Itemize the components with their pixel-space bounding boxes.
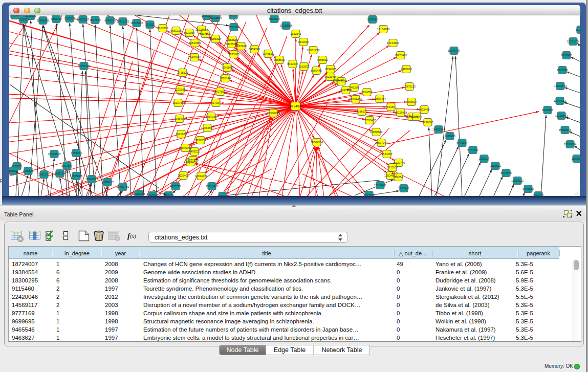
svg-text:16543382: 16543382 (189, 41, 201, 45)
svg-text:7663822: 7663822 (157, 27, 168, 30)
svg-text:(x): (x) (130, 233, 136, 239)
svg-text:1112284: 1112284 (576, 28, 580, 31)
svg-text:6498222: 6498222 (189, 150, 200, 153)
svg-text:10654112: 10654112 (511, 179, 524, 182)
svg-text:15716485: 15716485 (206, 185, 218, 188)
svg-text:8471676: 8471676 (500, 171, 511, 174)
svg-text:1916682: 1916682 (176, 133, 186, 136)
svg-text:8215953: 8215953 (542, 108, 553, 112)
svg-text:10655287: 10655287 (77, 18, 89, 21)
svg-text:19384554: 19384554 (311, 141, 323, 144)
svg-text:9699695: 9699695 (422, 121, 433, 124)
svg-text:9777169: 9777169 (336, 80, 346, 83)
svg-text:9115460: 9115460 (419, 108, 429, 111)
svg-text:10025438: 10025438 (395, 111, 407, 114)
svg-text:1588520: 1588520 (274, 58, 285, 61)
svg-text:8940903: 8940903 (228, 15, 238, 17)
svg-text:23420046: 23420046 (188, 56, 201, 59)
svg-text:1527602: 1527602 (90, 18, 100, 21)
svg-text:252254: 252254 (394, 176, 403, 179)
svg-text:13958117: 13958117 (101, 181, 114, 184)
svg-text:751552: 751552 (145, 23, 155, 26)
svg-text:15751074: 15751074 (567, 40, 579, 43)
svg-text:20691406: 20691406 (37, 19, 49, 22)
svg-text:15226058: 15226058 (195, 28, 208, 31)
svg-text:9634067: 9634067 (381, 152, 392, 156)
svg-text:7955812: 7955812 (317, 58, 328, 61)
svg-text:8990448: 8990448 (311, 69, 321, 72)
svg-text:391594: 391594 (9, 169, 18, 172)
svg-text:7632621: 7632621 (490, 164, 500, 167)
svg-text:10688609: 10688609 (370, 130, 382, 134)
svg-text:20053346: 20053346 (78, 64, 90, 68)
svg-text:15692971: 15692971 (559, 128, 571, 132)
svg-text:6497568: 6497568 (340, 89, 351, 92)
svg-text:7485063: 7485063 (401, 68, 411, 71)
svg-text:1405571: 1405571 (18, 18, 29, 21)
svg-text:2060513: 2060513 (64, 17, 75, 20)
svg-text:9245652: 9245652 (522, 187, 533, 190)
svg-text:1162615: 1162615 (298, 65, 309, 68)
svg-text:10807487: 10807487 (374, 97, 386, 100)
svg-text:12975115: 12975115 (403, 85, 416, 88)
svg-text:1715923: 1715923 (71, 151, 81, 155)
svg-text:62160: 62160 (387, 105, 395, 108)
svg-text:9329966: 9329966 (561, 54, 572, 57)
svg-text:8267150: 8267150 (206, 115, 216, 118)
svg-text:18807249: 18807249 (375, 141, 387, 144)
svg-text:17016504: 17016504 (564, 143, 576, 146)
svg-text:16033809: 16033809 (209, 16, 222, 19)
svg-text:10719155: 10719155 (117, 20, 129, 23)
svg-text:19218506: 19218506 (280, 24, 292, 27)
svg-text:2942737: 2942737 (38, 173, 49, 176)
svg-text:9146821: 9146821 (263, 52, 273, 55)
svg-text:20364456: 20364456 (350, 98, 362, 101)
svg-text:1954944: 1954944 (411, 115, 422, 118)
svg-text:1167533: 1167533 (571, 157, 580, 160)
svg-text:2215901: 2215901 (25, 15, 36, 17)
svg-text:1145194: 1145194 (54, 172, 65, 175)
svg-text:16914479: 16914479 (195, 174, 207, 178)
svg-text:2935114: 2935114 (478, 157, 489, 160)
svg-text:9457771: 9457771 (170, 185, 181, 188)
svg-text:4535051: 4535051 (11, 165, 22, 168)
svg-text:15136141: 15136141 (374, 184, 386, 187)
svg-text:2087682: 2087682 (367, 18, 378, 21)
svg-text:8912954: 8912954 (184, 31, 194, 34)
svg-text:3624554: 3624554 (361, 91, 372, 94)
svg-text:7386372: 7386372 (356, 110, 367, 113)
svg-text:8454749: 8454749 (249, 48, 259, 51)
svg-text:16961758: 16961758 (307, 49, 319, 52)
svg-text:1954546: 1954546 (227, 38, 237, 41)
svg-text:1221335: 1221335 (175, 88, 185, 91)
svg-text:5875685: 5875685 (228, 53, 239, 56)
svg-text:9474444: 9474444 (467, 148, 478, 151)
svg-text:6794028: 6794028 (325, 68, 336, 71)
svg-text:20206518: 20206518 (48, 152, 60, 156)
svg-text:12505185: 12505185 (70, 174, 82, 178)
svg-text:16154808: 16154808 (377, 28, 389, 31)
svg-text:10973493: 10973493 (395, 54, 407, 57)
svg-text:9660128: 9660128 (170, 29, 181, 32)
svg-text:12923468: 12923468 (133, 192, 145, 195)
svg-text:8427552: 8427552 (214, 90, 225, 93)
svg-text:2718126: 2718126 (177, 71, 188, 74)
svg-text:7625402: 7625402 (178, 174, 188, 177)
svg-text:9886722: 9886722 (51, 17, 61, 20)
svg-text:1615152: 1615152 (387, 166, 398, 169)
svg-text:1132541: 1132541 (290, 32, 301, 35)
svg-text:8322037: 8322037 (287, 62, 298, 65)
svg-text:12444151: 12444151 (554, 99, 566, 102)
svg-text:12093872: 12093872 (554, 84, 567, 87)
svg-text:1811974: 1811974 (9, 15, 20, 17)
svg-text:16671355: 16671355 (130, 21, 143, 25)
svg-text:18724007: 18724007 (288, 104, 303, 108)
svg-text:16120746: 16120746 (393, 161, 405, 164)
svg-text:16782759: 16782759 (117, 185, 129, 188)
svg-text:9242845: 9242845 (222, 66, 232, 69)
svg-text:9463627: 9463627 (406, 100, 417, 103)
svg-text:12213967: 12213967 (387, 41, 399, 45)
svg-text:8813054: 8813054 (269, 17, 279, 20)
svg-text:6479197: 6479197 (456, 141, 467, 144)
svg-text:9640910: 9640910 (298, 40, 309, 43)
